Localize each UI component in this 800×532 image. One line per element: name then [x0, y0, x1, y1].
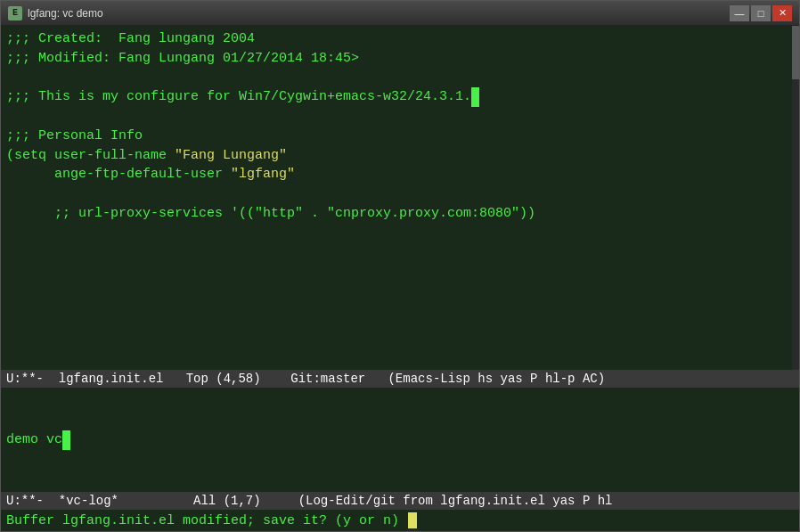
minimize-button[interactable]: —: [730, 5, 749, 21]
minibuffer-prompt: Buffer lgfang.init.el modified; save it?…: [1, 510, 799, 531]
window-controls[interactable]: — □ ✕: [730, 5, 792, 21]
editor-container: ;;; Created: Fang lungang 2004 ;;; Modif…: [1, 26, 799, 531]
bottom-text-area: demo vc: [1, 388, 799, 492]
editor-line-5: [6, 107, 794, 127]
prompt-cursor: [408, 512, 417, 528]
scrollbar-thumb[interactable]: [792, 26, 799, 79]
scrollbar[interactable]: [792, 26, 799, 370]
bottom-line-1: demo vc: [6, 430, 794, 450]
editor-line-2: ;;; Modified: Fang Lungang 01/27/2014 18…: [6, 49, 794, 69]
editor-line-7: (setq user-full-name "Fang Lungang": [6, 146, 794, 166]
editor-line-1: ;;; Created: Fang lungang 2004: [6, 29, 794, 49]
modeline-top: U:**- lgfang.init.el Top (4,58) Git:mast…: [1, 370, 799, 388]
text-cursor: [471, 87, 479, 107]
editor-line-10: ;; url-proxy-services '(("http" . "cnpro…: [6, 204, 794, 224]
main-window: E lgfang: vc demo — □ ✕ ;;; Created: Fan…: [0, 0, 800, 532]
editor-line-4: ;;; This is my configure for Win7/Cygwin…: [6, 87, 794, 107]
editor-line-8: ange-ftp-default-user "lgfang": [6, 165, 794, 184]
close-button[interactable]: ✕: [772, 5, 792, 21]
bottom-cursor: [62, 430, 70, 450]
modeline-bottom: U:**- *vc-log* All (1,7) (Log-Edit/git f…: [1, 492, 799, 510]
editor-pane-bottom[interactable]: demo vc: [1, 388, 799, 492]
titlebar: E lgfang: vc demo — □ ✕: [1, 1, 799, 26]
editor-line-6: ;;; Personal Info: [6, 127, 794, 146]
editor-pane-top[interactable]: ;;; Created: Fang lungang 2004 ;;; Modif…: [1, 26, 799, 370]
app-icon: E: [8, 6, 22, 20]
prompt-text: Buffer lgfang.init.el modified; save it?…: [6, 513, 407, 528]
editor-text-area: ;;; Created: Fang lungang 2004 ;;; Modif…: [1, 26, 799, 227]
maximize-button[interactable]: □: [751, 5, 771, 21]
editor-line-9: [6, 184, 794, 204]
window-title: lgfang: vc demo: [28, 7, 730, 20]
editor-line-3: [6, 69, 794, 88]
